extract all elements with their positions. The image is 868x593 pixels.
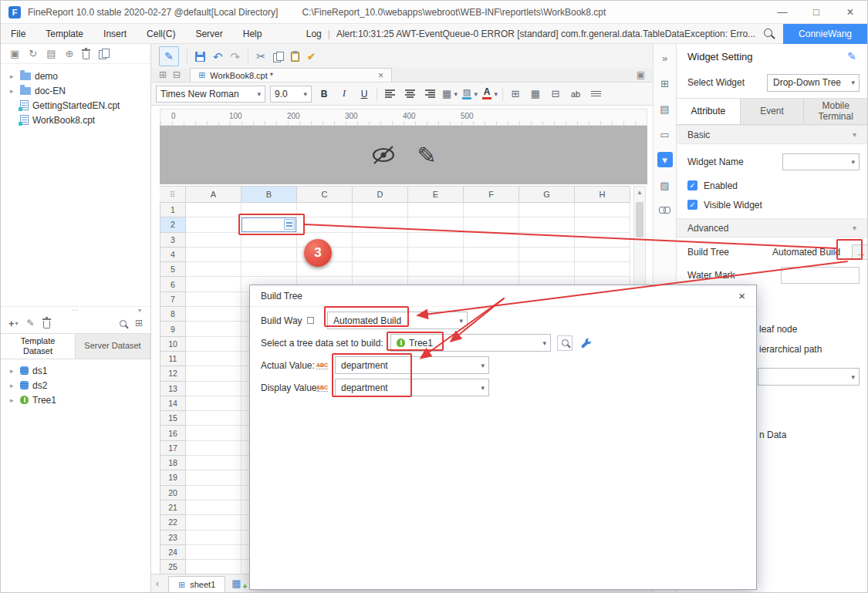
row-header-24[interactable]: 24 <box>160 545 186 560</box>
row-header-3[interactable]: 3 <box>160 233 186 248</box>
template-edit-button[interactable]: ✎ <box>159 46 179 66</box>
cell-A2[interactable] <box>186 217 241 232</box>
cell-G3[interactable] <box>519 233 575 248</box>
cell-H4[interactable] <box>575 248 630 262</box>
cell-A14[interactable] <box>186 396 241 411</box>
tree-item-gettingstarteden-cpt[interactable]: GettingStartedEN.cpt <box>1 98 150 113</box>
row-header-10[interactable]: 10 <box>160 337 186 352</box>
widget-setting-icon[interactable]: ▾ <box>657 152 673 167</box>
scrollbar-thumb[interactable] <box>636 202 643 238</box>
menu-item-template[interactable]: Template <box>35 24 93 44</box>
cell-A18[interactable] <box>186 456 241 470</box>
tab-mobile-terminal[interactable]: Mobile Terminal <box>804 99 867 124</box>
column-header-F[interactable]: F <box>464 186 519 203</box>
row-header-17[interactable]: 17 <box>160 441 186 456</box>
expand-arrow-icon[interactable]: ▸ <box>10 382 16 389</box>
expand-arrow-icon[interactable]: ▸ <box>10 367 16 375</box>
column-header-D[interactable]: D <box>353 186 408 203</box>
row-header-13[interactable]: 13 <box>160 382 186 396</box>
cell-A21[interactable] <box>186 500 241 515</box>
panel-splitter[interactable]: ⋯▾ <box>1 306 150 313</box>
row-header-9[interactable]: 9 <box>160 322 186 336</box>
parameter-pane[interactable]: ✎ <box>160 126 647 184</box>
cell-H5[interactable] <box>575 262 630 277</box>
refresh-icon[interactable]: ↻ <box>29 48 37 59</box>
close-button[interactable]: × <box>833 1 867 23</box>
scroll-up-icon[interactable]: ▲ <box>634 187 645 196</box>
water-mark-input[interactable] <box>781 267 860 284</box>
cell-E3[interactable] <box>408 233 464 248</box>
hyperlink-icon[interactable] <box>657 203 673 218</box>
cell-A24[interactable] <box>186 545 241 560</box>
cut-icon[interactable]: ✂ <box>256 50 265 62</box>
row-header-23[interactable]: 23 <box>160 531 186 545</box>
tab-server-dataset[interactable]: Server Dataset <box>76 334 150 359</box>
row-header-22[interactable]: 22 <box>160 515 186 530</box>
fill-color-button[interactable]: ▨▾ <box>462 86 478 102</box>
alert-message[interactable]: Alert:10:31:25 AWT-EventQueue-0 ERROR [s… <box>336 29 755 39</box>
delete-dataset-icon[interactable] <box>43 321 50 329</box>
cell-C5[interactable] <box>297 262 353 277</box>
cell-C2[interactable] <box>297 217 353 232</box>
row-header-4[interactable]: 4 <box>160 248 186 262</box>
column-header-G[interactable]: G <box>519 186 575 203</box>
cell-D1[interactable] <box>353 203 408 217</box>
cell-A4[interactable] <box>186 248 241 262</box>
dataset-item-tree1[interactable]: ▸Tree1 <box>1 393 150 407</box>
column-header-A[interactable]: A <box>186 186 241 203</box>
actual-value-select[interactable]: department ▾ <box>335 356 489 374</box>
row-header-8[interactable]: 8 <box>160 307 186 322</box>
column-header-B[interactable]: B <box>241 186 297 203</box>
preview-dataset-icon[interactable] <box>120 320 127 327</box>
cell-A20[interactable] <box>186 486 241 500</box>
cell-E5[interactable] <box>408 262 464 277</box>
row-header-7[interactable]: 7 <box>160 292 186 307</box>
edit-dataset-icon[interactable]: ✎ <box>27 318 35 329</box>
cell-H2[interactable] <box>575 217 630 232</box>
cell-A12[interactable] <box>186 366 241 381</box>
tab-template-dataset[interactable]: Template Dataset <box>1 334 76 359</box>
row-header-11[interactable]: 11 <box>160 352 186 366</box>
user-account-button[interactable]: ConnieWang <box>783 24 867 44</box>
tree-item-workbook8-cpt[interactable]: WorkBook8.cpt <box>1 113 150 127</box>
menu-item-server[interactable]: Server <box>185 24 232 44</box>
paste-icon[interactable] <box>291 52 299 62</box>
font-family-select[interactable]: Times New Roman ▾ <box>156 86 265 103</box>
cell-F5[interactable] <box>464 262 519 277</box>
cell-H3[interactable] <box>575 233 630 248</box>
cell-A23[interactable] <box>186 531 241 545</box>
row-header-2[interactable]: 2 <box>160 217 186 232</box>
tree-item-doc-en[interactable]: ▸doc-EN <box>1 83 150 98</box>
visible-widget-checkbox[interactable]: ✓ <box>687 200 697 210</box>
row-header-14[interactable]: 14 <box>160 396 186 411</box>
log-link[interactable]: Log <box>306 29 322 39</box>
cell-B4[interactable] <box>241 248 297 262</box>
widget-type-select[interactable]: Drop-Down Tree ▾ <box>767 74 860 92</box>
scroll-left-icon[interactable]: ‹ <box>151 575 164 592</box>
tab-overflow-icon[interactable]: ▣ <box>637 69 645 80</box>
cell-A1[interactable] <box>186 203 241 217</box>
wrap-text-button[interactable] <box>588 86 603 102</box>
dataset-settings-button[interactable] <box>579 335 594 351</box>
cell-D3[interactable] <box>353 233 408 248</box>
obscured-dropdown[interactable]: ▾ <box>758 368 860 386</box>
section-basic[interactable]: Basic ▾ <box>677 125 867 144</box>
format-painter-icon[interactable]: ✔ <box>307 51 316 62</box>
row-header-21[interactable]: 21 <box>160 500 186 515</box>
delete-file-icon[interactable] <box>83 52 90 59</box>
cell-G1[interactable] <box>519 203 575 217</box>
cell-F2[interactable] <box>464 217 519 232</box>
cell-format-button[interactable]: ⊟ <box>548 86 563 102</box>
row-header-20[interactable]: 20 <box>160 486 186 500</box>
build-way-select[interactable]: Automated Build ▾ <box>327 312 468 329</box>
row-header-19[interactable]: 19 <box>160 470 186 485</box>
cell-A13[interactable] <box>186 382 241 396</box>
align-right-button[interactable] <box>422 86 437 102</box>
cell-A3[interactable] <box>186 233 241 248</box>
tree-dataset-select[interactable]: Tree1 ▾ <box>390 334 551 352</box>
dataset-item-ds1[interactable]: ▸ds1 <box>1 363 150 378</box>
minimize-button[interactable]: — <box>765 1 799 23</box>
cell-A22[interactable] <box>186 515 241 530</box>
cell-A15[interactable] <box>186 411 241 426</box>
tab-close-icon[interactable]: × <box>378 70 383 81</box>
